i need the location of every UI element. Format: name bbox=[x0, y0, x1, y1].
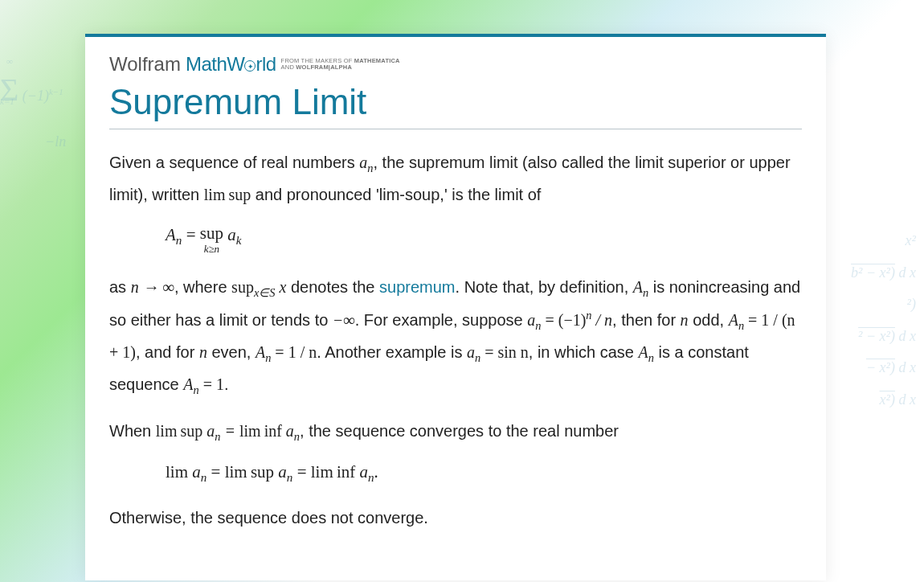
article-content: Given a sequence of real numbers an, the… bbox=[109, 147, 802, 534]
page-title: Supremum Limit bbox=[109, 82, 802, 129]
logo-wolfram: Wolfram bbox=[109, 53, 181, 76]
supremum-link[interactable]: supremum bbox=[379, 278, 455, 296]
logo-tagline: FROM THE MAKERS OF MATHEMATICA AND WOLFR… bbox=[281, 58, 400, 72]
logo-mathworld: MathW✦rld bbox=[186, 53, 276, 76]
background-math-right: x² b² − x²) d x ²) ² − x²) d x − x²) d x… bbox=[820, 225, 924, 416]
equation-2: lim an = lim sup an = lim inf an. bbox=[166, 462, 802, 485]
paragraph-2: as n → ∞, where supx∈S x denotes the sup… bbox=[109, 272, 802, 401]
site-logo[interactable]: Wolfram MathW✦rld FROM THE MAKERS OF MAT… bbox=[109, 53, 802, 76]
paragraph-4: Otherwise, the sequence does not converg… bbox=[109, 502, 802, 534]
article-card: Wolfram MathW✦rld FROM THE MAKERS OF MAT… bbox=[85, 34, 826, 580]
equation-1: An = supk≥n ak bbox=[166, 225, 802, 254]
background-math-left: ∞ Σ (−1)k−1 k=1 −ln bbox=[0, 64, 96, 154]
paragraph-3: When lim sup an = lim inf an, the sequen… bbox=[109, 416, 802, 448]
paragraph-1: Given a sequence of real numbers an, the… bbox=[109, 147, 802, 211]
